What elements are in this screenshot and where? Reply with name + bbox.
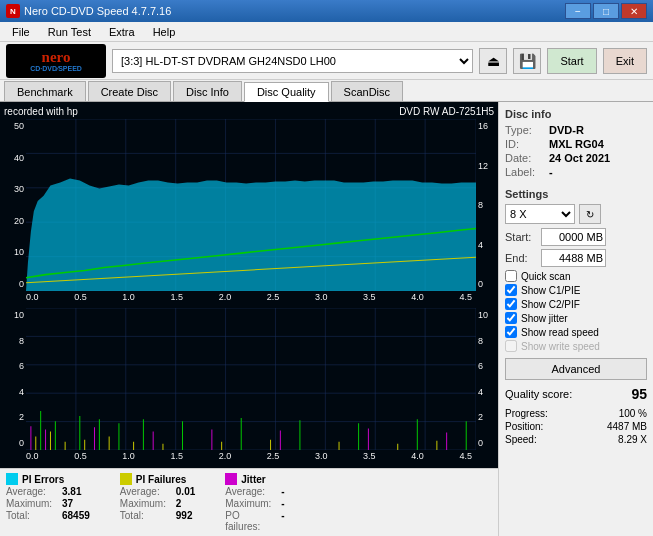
logo-nero: nero xyxy=(42,50,71,65)
show-read-speed-checkbox[interactable] xyxy=(505,326,517,338)
menu-help[interactable]: Help xyxy=(145,24,184,40)
pi-errors-label: PI Errors xyxy=(22,474,64,485)
bottom-stats: PI Errors Average:3.81 Maximum:37 Total:… xyxy=(0,468,498,536)
disc-info-title: Disc info xyxy=(505,108,647,120)
charts-section: recorded with hp DVD RW AD-7251H5 50 40 … xyxy=(0,102,498,468)
quick-scan-checkbox[interactable] xyxy=(505,270,517,282)
chart-title-row: recorded with hp DVD RW AD-7251H5 xyxy=(4,106,494,117)
nero-logo: nero CD·DVD⁄SPEED xyxy=(6,44,106,78)
type-label: Type: xyxy=(505,124,545,136)
quality-score-row: Quality score: 95 xyxy=(505,386,647,402)
pi-failures-max: 2 xyxy=(176,498,182,509)
pi-errors-max: 37 xyxy=(62,498,73,509)
speed-label: Speed: xyxy=(505,434,537,445)
title-bar-text: Nero CD-DVD Speed 4.7.7.16 xyxy=(24,5,171,17)
quick-scan-label: Quick scan xyxy=(521,271,570,282)
start-button[interactable]: Start xyxy=(547,48,596,74)
jitter-color xyxy=(225,473,237,485)
show-write-speed-label: Show write speed xyxy=(521,341,600,352)
bottom-y-axis-right: 10 8 6 4 2 0 xyxy=(476,308,494,450)
quality-score-value: 95 xyxy=(631,386,647,402)
show-c1pie-checkbox[interactable] xyxy=(505,284,517,296)
pi-errors-total: 68459 xyxy=(62,510,90,521)
eject-icon-button[interactable]: ⏏ xyxy=(479,48,507,74)
title-bar: N Nero CD-DVD Speed 4.7.7.16 − □ ✕ xyxy=(0,0,653,22)
show-c2pif-label: Show C2/PIF xyxy=(521,299,580,310)
toolbar: nero CD·DVD⁄SPEED [3:3] HL-DT-ST DVDRAM … xyxy=(0,42,653,80)
recorded-with-label: recorded with hp xyxy=(4,106,78,117)
advanced-button[interactable]: Advanced xyxy=(505,358,647,380)
start-mb-label: Start: xyxy=(505,231,537,243)
left-area: recorded with hp DVD RW AD-7251H5 50 40 … xyxy=(0,102,498,536)
jitter-max: - xyxy=(281,498,284,509)
bottom-y-axis-left: 10 8 6 4 2 0 xyxy=(4,308,26,450)
bottom-x-axis: 0.0 0.5 1.0 1.5 2.0 2.5 3.0 3.5 4.0 4.5 xyxy=(4,451,494,461)
top-x-axis: 0.0 0.5 1.0 1.5 2.0 2.5 3.0 3.5 4.0 4.5 xyxy=(4,292,494,302)
tab-benchmark[interactable]: Benchmark xyxy=(4,81,86,101)
jitter-avg: - xyxy=(281,486,284,497)
app-icon: N xyxy=(6,4,20,18)
side-panel: Disc info Type: DVD-R ID: MXL RG04 Date:… xyxy=(498,102,653,536)
show-read-speed-label: Show read speed xyxy=(521,327,599,338)
speed-value: 8.29 X xyxy=(618,434,647,445)
label-label: Label: xyxy=(505,166,545,178)
show-write-speed-checkbox[interactable] xyxy=(505,340,517,352)
disc-info-section: Disc info Type: DVD-R ID: MXL RG04 Date:… xyxy=(505,108,647,178)
tabs-bar: Benchmark Create Disc Disc Info Disc Qua… xyxy=(0,80,653,102)
tab-scan-disc[interactable]: ScanDisc xyxy=(331,81,403,101)
progress-section: Progress: 100 % Position: 4487 MB Speed:… xyxy=(505,408,647,445)
show-jitter-checkbox[interactable] xyxy=(505,312,517,324)
pi-errors-color xyxy=(6,473,18,485)
top-chart-svg xyxy=(26,119,476,291)
bottom-chart-container: 10 8 6 4 2 0 xyxy=(4,308,494,450)
jitter-label: Jitter xyxy=(241,474,265,485)
bottom-chart-svg xyxy=(26,308,476,450)
settings-refresh-button[interactable]: ↻ xyxy=(579,204,601,224)
settings-title: Settings xyxy=(505,188,647,200)
show-c1pie-label: Show C1/PIE xyxy=(521,285,580,296)
end-mb-input[interactable] xyxy=(541,249,606,267)
exit-button[interactable]: Exit xyxy=(603,48,647,74)
po-failures-value: - xyxy=(281,510,284,532)
show-c2pif-checkbox[interactable] xyxy=(505,298,517,310)
app-window: N Nero CD-DVD Speed 4.7.7.16 − □ ✕ File … xyxy=(0,0,653,536)
title-bar-left: N Nero CD-DVD Speed 4.7.7.16 xyxy=(6,4,171,18)
tab-disc-info[interactable]: Disc Info xyxy=(173,81,242,101)
disc-name-label: DVD RW AD-7251H5 xyxy=(399,106,494,117)
show-jitter-label: Show jitter xyxy=(521,313,568,324)
position-value: 4487 MB xyxy=(607,421,647,432)
position-label: Position: xyxy=(505,421,543,432)
close-button[interactable]: ✕ xyxy=(621,3,647,19)
pi-failures-label: PI Failures xyxy=(136,474,187,485)
save-icon-button[interactable]: 💾 xyxy=(513,48,541,74)
tab-disc-quality[interactable]: Disc Quality xyxy=(244,82,329,102)
po-failures-label: PO failures: xyxy=(225,510,275,532)
pi-failures-stats: PI Failures Average:0.01 Maximum:2 Total… xyxy=(120,473,195,532)
top-y-axis-left: 50 40 30 20 10 0 xyxy=(4,119,26,291)
menu-run-test[interactable]: Run Test xyxy=(40,24,99,40)
date-value: 24 Oct 2021 xyxy=(549,152,610,164)
tab-create-disc[interactable]: Create Disc xyxy=(88,81,171,101)
menu-file[interactable]: File xyxy=(4,24,38,40)
start-mb-input[interactable] xyxy=(541,228,606,246)
drive-selector[interactable]: [3:3] HL-DT-ST DVDRAM GH24NSD0 LH00 xyxy=(112,49,473,73)
menu-extra[interactable]: Extra xyxy=(101,24,143,40)
pi-failures-avg: 0.01 xyxy=(176,486,195,497)
maximize-button[interactable]: □ xyxy=(593,3,619,19)
menu-bar: File Run Test Extra Help xyxy=(0,22,653,42)
speed-selector[interactable]: 8 X xyxy=(505,204,575,224)
logo-tagline: CD·DVD⁄SPEED xyxy=(30,65,82,72)
settings-section: Settings 8 X ↻ Start: End: Q xyxy=(505,188,647,380)
pi-errors-avg: 3.81 xyxy=(62,486,81,497)
quality-score-label: Quality score: xyxy=(505,388,572,400)
id-label: ID: xyxy=(505,138,545,150)
bottom-chart-inner xyxy=(26,308,476,450)
type-value: DVD-R xyxy=(549,124,584,136)
progress-value: 100 % xyxy=(619,408,647,419)
top-y-axis-right: 16 12 8 4 0 xyxy=(476,119,494,291)
minimize-button[interactable]: − xyxy=(565,3,591,19)
svg-marker-15 xyxy=(26,178,476,291)
pi-errors-stats: PI Errors Average:3.81 Maximum:37 Total:… xyxy=(6,473,90,532)
pi-failures-total: 992 xyxy=(176,510,193,521)
jitter-stats: Jitter Average:- Maximum:- PO failures: … xyxy=(225,473,284,532)
